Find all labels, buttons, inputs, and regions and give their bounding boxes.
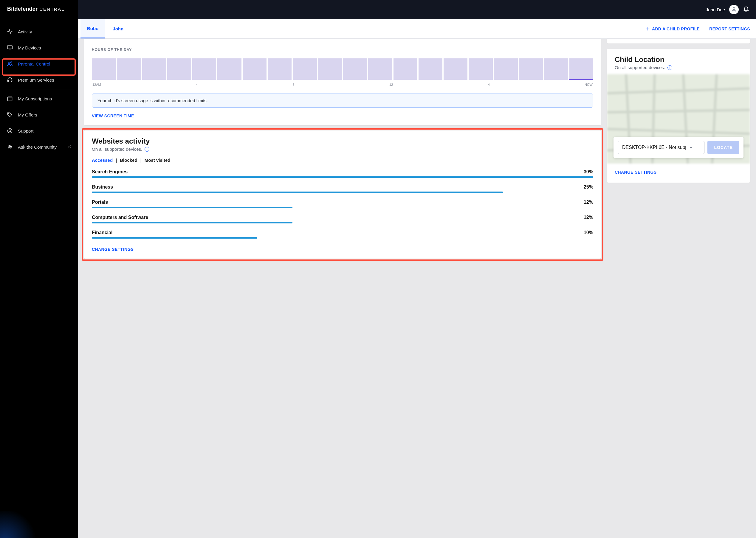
hour-bar <box>469 58 493 80</box>
avatar[interactable] <box>729 5 739 14</box>
sidebar-item-parental-control[interactable]: Parental Control <box>0 56 78 72</box>
hour-bar <box>217 58 241 80</box>
tab-separator: | <box>116 158 117 163</box>
monitor-icon <box>7 44 13 51</box>
info-icon[interactable]: i <box>668 65 672 70</box>
location-header: Child Location On all supported devices.… <box>607 49 750 74</box>
category-name: Financial <box>92 230 112 235</box>
websites-tab-most-visited[interactable]: Most visited <box>145 158 170 163</box>
category-row: Computers and Software12% <box>92 215 593 223</box>
profile-tab-label: John <box>113 26 123 31</box>
sidebar-item-label: Activity <box>18 29 32 34</box>
svg-rect-6 <box>8 97 12 101</box>
hour-bar <box>368 58 392 80</box>
axis-tick: 12AM <box>92 83 101 86</box>
hour-bar <box>419 58 442 80</box>
info-icon[interactable]: i <box>145 147 149 152</box>
profile-tab-john[interactable]: John <box>106 19 130 38</box>
category-pct: 12% <box>584 215 593 220</box>
hour-bar <box>117 58 141 80</box>
nav-divider <box>5 89 73 89</box>
sidebar-item-activity[interactable]: Activity <box>0 24 78 40</box>
profile-tabs-row: Bobo John ADD A CHILD PROFILE REPORT SET… <box>78 19 756 39</box>
hour-bar <box>443 58 467 80</box>
view-screen-time-link[interactable]: VIEW SCREEN TIME <box>92 114 134 118</box>
category-name: Search Engines <box>92 169 128 175</box>
sidebar-item-label: My Offers <box>18 112 37 117</box>
username: John Doe <box>706 7 725 12</box>
svg-point-9 <box>8 129 12 133</box>
add-child-profile-button[interactable]: ADD A CHILD PROFILE <box>645 27 700 31</box>
hour-bar <box>192 58 216 80</box>
category-name: Portals <box>92 199 108 205</box>
map-controls: DESKTOP-KKPII6E - Not supported LOCATE <box>613 137 743 158</box>
topbar: John Doe <box>78 0 756 19</box>
category-name: Business <box>92 185 113 190</box>
axis-tick: 4 <box>488 83 490 86</box>
svg-rect-0 <box>7 46 13 49</box>
community-icon <box>7 143 13 150</box>
sidebar-item-support[interactable]: Support <box>0 123 78 139</box>
brand-logo: Bitdefender <box>7 6 37 12</box>
chevron-down-icon <box>689 145 693 150</box>
svg-point-10 <box>9 130 11 132</box>
websites-activity-card: Websites activity On all supported devic… <box>84 131 601 259</box>
screen-time-card: HOURS OF THE DAY <box>84 39 601 125</box>
brand: Bitdefender CENTRAL <box>0 0 78 19</box>
device-select-value: DESKTOP-KKPII6E - Not supported <box>622 145 686 150</box>
svg-point-11 <box>8 146 9 147</box>
report-settings-button[interactable]: REPORT SETTINGS <box>709 27 750 31</box>
websites-tab-blocked[interactable]: Blocked <box>120 158 137 163</box>
location-change-settings-link[interactable]: CHANGE SETTINGS <box>615 170 657 175</box>
svg-rect-5 <box>11 80 12 81</box>
sidebar-item-ask-community[interactable]: Ask the Community <box>0 139 78 155</box>
screen-usage-info: Your child's screen usage is within reco… <box>92 93 593 108</box>
locate-button[interactable]: LOCATE <box>707 141 739 154</box>
svg-point-8 <box>8 114 9 114</box>
sidebar-item-my-offers[interactable]: My Offers <box>0 107 78 123</box>
hour-bar <box>343 58 367 80</box>
websites-tab-accessed[interactable]: Accessed <box>92 158 113 163</box>
axis-tick: 12 <box>389 83 393 86</box>
location-title: Child Location <box>615 55 742 64</box>
axis-tick: 8 <box>293 83 295 86</box>
category-pct: 12% <box>584 199 593 205</box>
hour-bar <box>318 58 342 80</box>
card-peek <box>607 39 750 43</box>
category-pct: 25% <box>584 185 593 190</box>
right-column: Child Location On all supported devices.… <box>607 39 750 183</box>
hour-bar <box>243 58 266 80</box>
sidebar: Bitdefender CENTRAL Activity My Devices … <box>0 0 78 538</box>
tab-separator: | <box>141 158 142 163</box>
category-row: Financial10% <box>92 230 593 239</box>
device-select[interactable]: DESKTOP-KKPII6E - Not supported <box>618 141 704 154</box>
category-row: Business25% <box>92 185 593 193</box>
left-column: HOURS OF THE DAY <box>84 39 601 259</box>
profile-tabs: Bobo John <box>78 19 130 38</box>
map-wrap: DESKTOP-KKPII6E - Not supported LOCATE <box>607 74 750 164</box>
profile-tab-label: Bobo <box>87 26 98 31</box>
sidebar-item-premium-services[interactable]: Premium Services <box>0 72 78 88</box>
content: HOURS OF THE DAY <box>78 39 756 265</box>
calendar-icon <box>7 95 13 102</box>
svg-point-13 <box>9 145 10 146</box>
external-link-icon <box>67 145 72 149</box>
sidebar-item-my-subscriptions[interactable]: My Subscriptions <box>0 90 78 107</box>
svg-point-3 <box>10 62 12 63</box>
child-location-card: Child Location On all supported devices.… <box>607 49 750 183</box>
tabs-actions: ADD A CHILD PROFILE REPORT SETTINGS <box>645 27 750 31</box>
hour-bar <box>544 58 568 80</box>
websites-subtitle-text: On all supported devices. <box>92 146 142 152</box>
axis-tick: 4 <box>196 83 198 86</box>
hours-chart <box>92 55 593 80</box>
profile-tab-bobo[interactable]: Bobo <box>81 19 105 38</box>
hour-bar <box>167 58 191 80</box>
sidebar-item-label: Ask the Community <box>18 144 57 149</box>
axis-tick: NOW <box>585 83 593 86</box>
sidebar-item-my-devices[interactable]: My Devices <box>0 40 78 56</box>
hours-of-day-label: HOURS OF THE DAY <box>92 48 593 52</box>
hour-bar <box>494 58 518 80</box>
hours-axis: 12AM 4 8 12 4 NOW <box>92 83 593 86</box>
websites-change-settings-link[interactable]: CHANGE SETTINGS <box>92 247 134 252</box>
notifications-icon[interactable] <box>743 6 749 13</box>
